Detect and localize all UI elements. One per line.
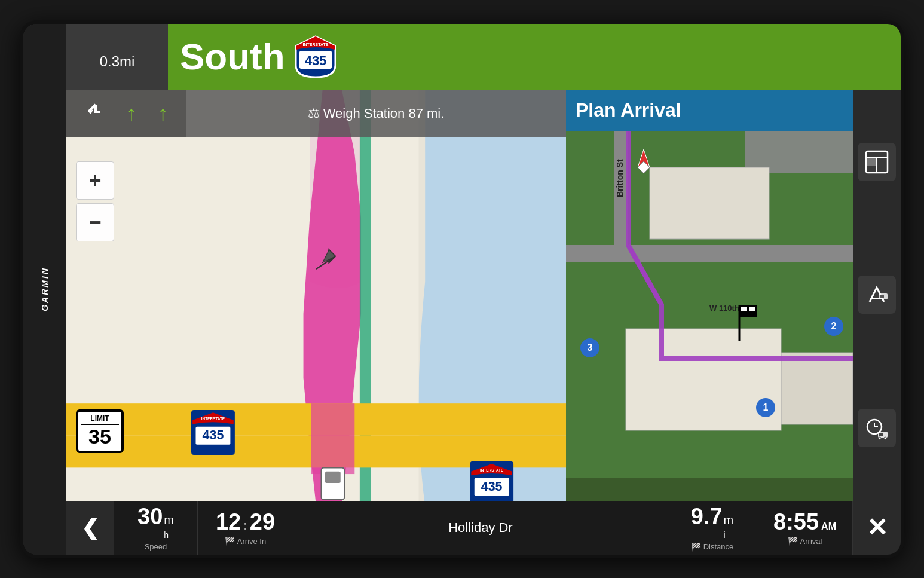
- garmin-device: GARMIN 0.3mi South: [20, 20, 904, 558]
- distance-number: 9.7: [691, 504, 723, 530]
- svg-rect-33: [741, 307, 747, 311]
- speed-item: 30mh Speed: [114, 501, 198, 555]
- speed-label-text: Speed: [145, 542, 167, 551]
- distance-unit: mi: [724, 513, 734, 541]
- aerial-map-canvas: Britton St W 110th St: [566, 90, 853, 478]
- garmin-sidebar: GARMIN: [23, 24, 66, 555]
- speed-limit-sign: LIMIT 35: [76, 409, 124, 453]
- speed-limit-label: LIMIT: [81, 414, 119, 425]
- nav-direction-text: South: [180, 35, 285, 78]
- zoom-out-button[interactable]: −: [76, 203, 114, 241]
- garmin-logo: GARMIN: [40, 267, 50, 311]
- right-sidebar: [853, 90, 901, 501]
- street-name-area: Holliday Dr: [293, 501, 668, 555]
- turn-by-turn-button[interactable]: [858, 276, 896, 314]
- distance-value: 9.7mi: [691, 504, 734, 541]
- speed-label: Speed: [145, 542, 167, 551]
- svg-rect-39: [867, 158, 876, 166]
- back-button[interactable]: ❮: [66, 501, 114, 555]
- arrival-truck-button[interactable]: [858, 409, 896, 447]
- turn-straight-icon-2: ↑: [158, 101, 169, 126]
- arrival-flag-icon: 🏁: [788, 536, 798, 546]
- svg-text:435: 435: [304, 53, 326, 68]
- arrive-in-label-text: Arrive In: [237, 537, 266, 546]
- speed-value: 30mh: [137, 504, 174, 541]
- svg-rect-19: [325, 471, 341, 482]
- map-left[interactable]: ↑ ↑ ⚖ Weigh Station 87 mi.: [66, 90, 566, 501]
- svg-point-48: [884, 437, 886, 439]
- svg-point-47: [879, 437, 881, 439]
- svg-rect-26: [566, 245, 853, 262]
- svg-rect-34: [749, 307, 755, 311]
- arrive-in-label: 🏁 Arrive In: [225, 536, 266, 546]
- svg-text:INTERSTATE: INTERSTATE: [302, 42, 328, 47]
- arrival-time: 8:55: [773, 509, 819, 535]
- map-right[interactable]: Plan Arrival: [566, 90, 853, 501]
- interstate-shield: INTERSTATE 435: [295, 35, 336, 78]
- svg-rect-23: [626, 329, 781, 430]
- screen: 0.3mi South INTERSTATE: [66, 24, 901, 555]
- svg-text:INTERSTATE: INTERSTATE: [201, 417, 225, 421]
- close-icon: ✕: [867, 513, 888, 542]
- arrive-in-value: 12:29: [216, 509, 275, 535]
- speed-unit: mh: [164, 513, 174, 541]
- zoom-in-button[interactable]: +: [76, 161, 114, 200]
- arrive-in-item: 12:29 🏁 Arrive In: [198, 501, 293, 555]
- arrival-item: 8:55AM 🏁 Arrival: [757, 501, 853, 555]
- nav-distance-box: 0.3mi: [66, 24, 168, 90]
- turn-left-icon: [84, 100, 105, 127]
- turn-icons: ↑ ↑: [66, 90, 186, 137]
- svg-text:435: 435: [203, 428, 224, 442]
- status-bar: ❮ 30mh Speed 12:29 🏁 Arrive In: [66, 501, 901, 555]
- plan-arrival-title: Plan Arrival: [576, 99, 681, 121]
- distance-number: 0.3: [100, 53, 120, 69]
- distance-item: 9.7mi 🏁 Distance: [668, 501, 757, 555]
- svg-rect-17: [311, 403, 354, 474]
- arrival-ampm: AM: [821, 521, 836, 532]
- zoom-controls: + −: [76, 161, 114, 245]
- svg-text:INTERSTATE: INTERSTATE: [480, 467, 504, 472]
- speed-limit-number: 35: [81, 425, 119, 448]
- close-button[interactable]: ✕: [853, 501, 901, 555]
- svg-text:435: 435: [481, 479, 503, 493]
- svg-rect-22: [650, 167, 769, 239]
- nav-distance-value: 0.3mi: [100, 41, 135, 73]
- distance-unit: mi: [120, 53, 134, 69]
- svg-rect-41: [880, 295, 884, 298]
- left-map-canvas: INTERSTATE 435 INTERSTATE 435: [66, 90, 566, 501]
- speed-number: 30: [137, 504, 163, 530]
- nav-direction-box: South INTERSTATE 435: [168, 24, 901, 90]
- turn-straight-icon-1: ↑: [126, 101, 137, 126]
- back-icon: ❮: [81, 515, 99, 540]
- main-content: ↑ ↑ ⚖ Weigh Station 87 mi.: [66, 90, 901, 501]
- turn-bar: ↑ ↑ ⚖ Weigh Station 87 mi.: [66, 90, 566, 137]
- map-view-button[interactable]: [858, 143, 896, 181]
- weigh-station-text: ⚖ Weigh Station 87 mi.: [308, 106, 445, 121]
- nav-bar: 0.3mi South INTERSTATE: [66, 24, 901, 90]
- waypoint-2: 2: [824, 317, 843, 336]
- arrival-label: 🏁 Arrival: [788, 536, 822, 546]
- street-name: Holliday Dr: [448, 520, 513, 536]
- arrive-flag-icon: 🏁: [225, 536, 235, 546]
- distance-label: 🏁 Distance: [691, 542, 734, 552]
- svg-rect-24: [781, 353, 853, 424]
- arrive-hours: 12: [216, 509, 241, 535]
- waypoint-1: 1: [756, 398, 775, 417]
- plan-arrival-bar: Plan Arrival: [566, 90, 853, 131]
- arrival-label-text: Arrival: [800, 537, 822, 546]
- svg-rect-35: [745, 311, 751, 315]
- waypoint-3: 3: [580, 338, 599, 357]
- distance-label-text: Distance: [703, 542, 734, 551]
- svg-text:Britton St: Britton St: [615, 158, 625, 197]
- svg-rect-46: [879, 433, 883, 436]
- arrive-minutes: 29: [250, 509, 275, 535]
- weigh-station-bar: ⚖ Weigh Station 87 mi.: [186, 90, 566, 137]
- arrive-colon: :: [243, 519, 247, 533]
- arrival-value: 8:55AM: [773, 509, 836, 535]
- distance-flag-icon: 🏁: [691, 542, 701, 552]
